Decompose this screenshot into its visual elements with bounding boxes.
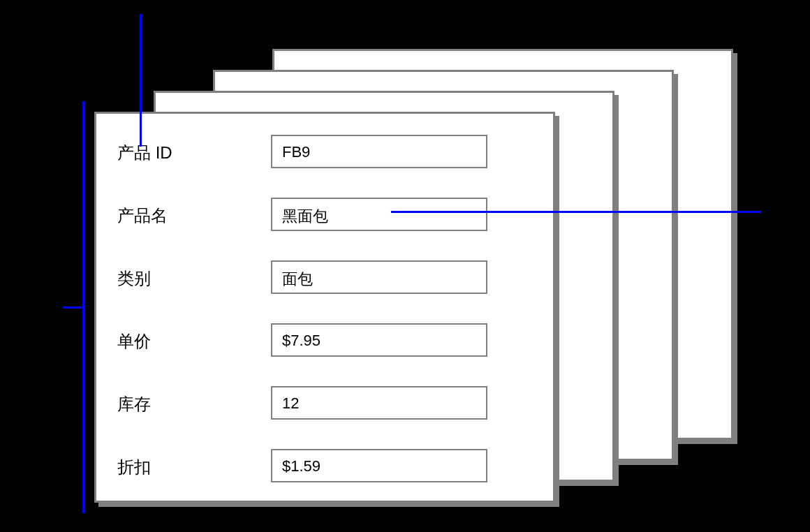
field-label-product-id: 产品 ID <box>117 142 257 164</box>
field-row-category: 类别 面包 <box>96 260 553 295</box>
field-row-product-id: 产品 ID FB9 <box>96 135 553 170</box>
field-value-category: 面包 <box>271 260 487 294</box>
field-label-stock: 库存 <box>117 393 257 415</box>
field-value-product-id: FB9 <box>271 135 487 168</box>
field-label-discount: 折扣 <box>117 456 257 478</box>
field-label-product-name: 产品名 <box>117 205 257 227</box>
annotation-line-field-horizontal <box>391 211 761 213</box>
field-value-discount: $1.59 <box>271 449 487 482</box>
annotation-line-column-vertical <box>140 14 142 147</box>
field-value-product-name: 黑面包 <box>271 198 487 231</box>
annotation-line-record-tick <box>63 306 82 309</box>
field-value-unit-price: $7.95 <box>271 323 487 357</box>
diagram-stage: 产品 ID FB9 产品名 黑面包 类别 面包 单价 $7.95 库存 12 折… <box>0 0 810 532</box>
field-row-stock: 库存 12 <box>96 386 553 421</box>
field-row-product-name: 产品名 黑面包 <box>96 198 553 232</box>
field-row-unit-price: 单价 $7.95 <box>96 323 553 358</box>
field-row-discount: 折扣 $1.59 <box>96 449 553 484</box>
record-card-front: 产品 ID FB9 产品名 黑面包 类别 面包 单价 $7.95 库存 12 折… <box>94 112 555 503</box>
field-label-category: 类别 <box>117 267 257 290</box>
record-fields: 产品 ID FB9 产品名 黑面包 类别 面包 单价 $7.95 库存 12 折… <box>96 114 553 501</box>
field-label-unit-price: 单价 <box>117 330 257 353</box>
annotation-line-record-vertical <box>82 101 84 513</box>
field-value-stock: 12 <box>271 386 487 420</box>
